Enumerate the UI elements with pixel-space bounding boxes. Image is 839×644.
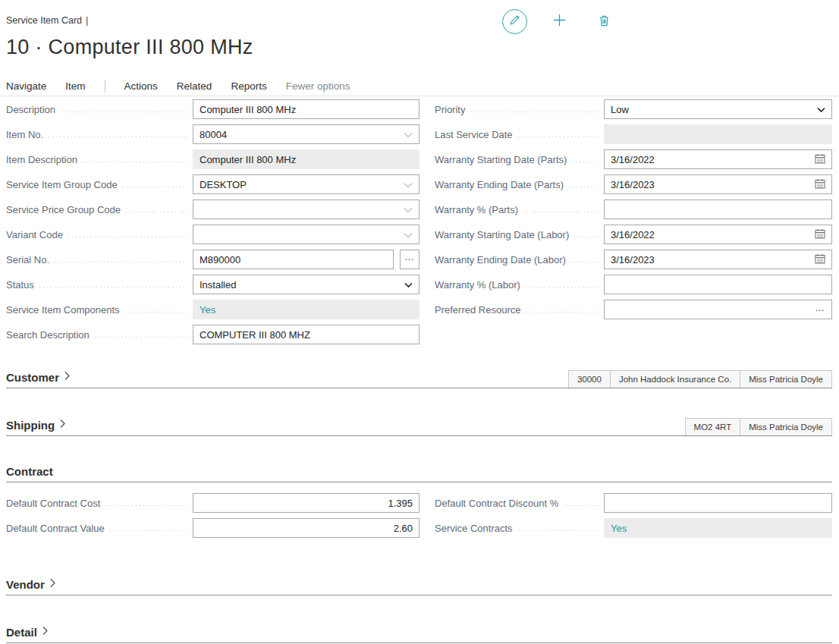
- field-label: Service Item Group Code: [6, 179, 118, 190]
- variant-code-lookup[interactable]: [193, 225, 420, 244]
- menu-divider: [105, 80, 105, 93]
- calendar-icon[interactable]: [815, 153, 825, 166]
- field-label: Last Service Date: [435, 129, 513, 140]
- chevron-down-icon[interactable]: [404, 204, 413, 215]
- plus-icon: [553, 14, 566, 30]
- calendar-icon[interactable]: [815, 253, 825, 266]
- item-no-lookup[interactable]: 80004: [193, 124, 420, 144]
- shipping-contact-badge[interactable]: Miss Patricia Doyle: [740, 418, 832, 435]
- field-warranty-ending-date-parts: Warranty Ending Date (Parts) 3/16/2023: [435, 174, 839, 194]
- contract-left-column: Default Contract Cost 1.395 Default Cont…: [0, 493, 420, 543]
- field-search-description: Search Description COMPUTER III 800 MHZ: [6, 325, 420, 344]
- chevron-down-icon[interactable]: [404, 279, 413, 291]
- menu-actions[interactable]: Actions: [124, 80, 158, 92]
- menu-fewer-options[interactable]: Fewer options: [286, 80, 350, 92]
- field-preferred-resource: Preferred Resource …: [435, 300, 839, 319]
- field-variant-code: Variant Code: [6, 225, 420, 244]
- serial-no-input[interactable]: M890000: [193, 250, 394, 269]
- dotted-leader: [49, 137, 187, 137]
- field-label: Service Item Components: [6, 304, 120, 316]
- field-service-price-group-code: Service Price Group Code: [6, 199, 420, 219]
- calendar-icon[interactable]: [815, 228, 825, 241]
- delete-button[interactable]: [592, 9, 617, 34]
- dotted-leader: [518, 137, 599, 137]
- dotted-leader: [68, 237, 187, 237]
- breadcrumb-separator: |: [86, 15, 88, 26]
- field-default-contract-discount: Default Contract Discount %: [435, 493, 839, 513]
- chevron-down-icon[interactable]: [404, 179, 413, 190]
- field-label: Variant Code: [6, 229, 63, 240]
- dotted-leader: [61, 112, 187, 112]
- default-contract-discount-input[interactable]: [604, 493, 832, 513]
- service-price-group-code-lookup[interactable]: [193, 199, 420, 219]
- section-title: Customer: [6, 371, 59, 384]
- service-contracts-link[interactable]: Yes: [611, 523, 825, 534]
- description-input[interactable]: Computer III 800 MHz: [193, 99, 420, 119]
- page-toolbar: [502, 9, 617, 34]
- search-description-input[interactable]: COMPUTER III 800 MHZ: [193, 325, 420, 344]
- default-contract-cost-input[interactable]: 1.395: [193, 493, 420, 513]
- customer-name-badge[interactable]: John Haddock Insurance Co.: [610, 370, 740, 388]
- item-description-readonly: Computer III 800 MHz: [193, 149, 420, 169]
- vendor-section-toggle[interactable]: Vendor: [6, 577, 56, 595]
- field-label: Service Contracts: [435, 523, 513, 534]
- section-title: Shipping: [6, 419, 55, 432]
- new-button[interactable]: [547, 9, 572, 34]
- breadcrumb-link[interactable]: Service Item Card: [6, 15, 82, 26]
- field-last-service-date: Last Service Date: [435, 124, 839, 144]
- field-label: Service Price Group Code: [6, 204, 121, 215]
- chevron-down-icon[interactable]: [817, 104, 825, 115]
- field-label: Warranty Ending Date (Parts): [435, 179, 564, 190]
- fasttab-sections: Customer 30000 John Haddock Insurance Co…: [0, 344, 839, 643]
- vendor-section: Vendor: [0, 577, 839, 595]
- contract-section-toggle[interactable]: Contract: [6, 465, 53, 482]
- serial-no-assist-button[interactable]: …: [400, 250, 420, 269]
- dotted-leader: [105, 505, 187, 506]
- contract-fields: Default Contract Cost 1.395 Default Cont…: [0, 493, 839, 543]
- ellipsis-icon[interactable]: …: [815, 302, 825, 313]
- calendar-icon[interactable]: [815, 178, 825, 191]
- shipping-section-toggle[interactable]: Shipping: [6, 418, 66, 435]
- warranty-pct-parts-input[interactable]: [604, 199, 832, 219]
- warranty-starting-date-labor-input[interactable]: 3/16/2022: [604, 225, 832, 244]
- field-warranty-pct-labor: Warranty % (Labor): [435, 275, 839, 294]
- dotted-leader: [569, 187, 599, 187]
- warranty-starting-date-parts-input[interactable]: 3/16/2022: [604, 149, 832, 169]
- menu-reports[interactable]: Reports: [231, 80, 266, 92]
- field-label: Warranty Starting Date (Labor): [435, 229, 569, 240]
- menu-related[interactable]: Related: [177, 80, 212, 92]
- chevron-down-icon[interactable]: [404, 129, 413, 140]
- menu-navigate[interactable]: Navigate: [6, 80, 46, 92]
- service-item-components-readonly: Yes: [193, 300, 420, 319]
- edit-button[interactable]: [502, 9, 527, 34]
- shipping-postcode-badge[interactable]: MO2 4RT: [685, 418, 741, 435]
- dotted-leader: [572, 162, 599, 162]
- field-service-item-group-code: Service Item Group Code DESKTOP: [6, 174, 420, 194]
- dotted-leader: [123, 187, 187, 187]
- service-item-card-page: Service Item Card| 10 · Computer III 800…: [0, 0, 839, 644]
- service-contracts-readonly: Yes: [604, 518, 832, 538]
- warranty-ending-date-parts-input[interactable]: 3/16/2023: [604, 174, 832, 194]
- field-label: Default Contract Discount %: [435, 498, 558, 509]
- customer-no-badge[interactable]: 30000: [568, 370, 611, 388]
- dotted-leader: [574, 237, 599, 237]
- chevron-right-icon: [64, 370, 71, 384]
- priority-select[interactable]: Low: [604, 99, 832, 119]
- customer-section-toggle[interactable]: Customer: [6, 370, 71, 388]
- detail-section-toggle[interactable]: Detail: [6, 625, 49, 642]
- warranty-ending-date-labor-input[interactable]: 3/16/2023: [604, 250, 832, 269]
- chevron-down-icon[interactable]: [404, 229, 413, 240]
- preferred-resource-input[interactable]: …: [604, 300, 832, 319]
- general-right-column: Priority Low Last Service Date Warranty …: [420, 99, 839, 350]
- status-select[interactable]: Installed: [193, 275, 420, 294]
- field-label: Default Contract Cost: [6, 498, 100, 509]
- service-item-group-code-lookup[interactable]: DESKTOP: [193, 174, 420, 194]
- warranty-pct-labor-input[interactable]: [604, 275, 832, 294]
- field-label: Preferred Resource: [435, 304, 520, 316]
- customer-contact-badge[interactable]: Miss Patricia Doyle: [740, 370, 832, 388]
- menu-item[interactable]: Item: [65, 80, 85, 92]
- default-contract-value-input[interactable]: 2.60: [193, 518, 420, 538]
- field-serial-no: Serial No. M890000 …: [6, 250, 420, 269]
- service-item-components-link[interactable]: Yes: [200, 304, 413, 316]
- field-warranty-ending-date-labor: Warranty Ending Date (Labor) 3/16/2023: [435, 250, 839, 269]
